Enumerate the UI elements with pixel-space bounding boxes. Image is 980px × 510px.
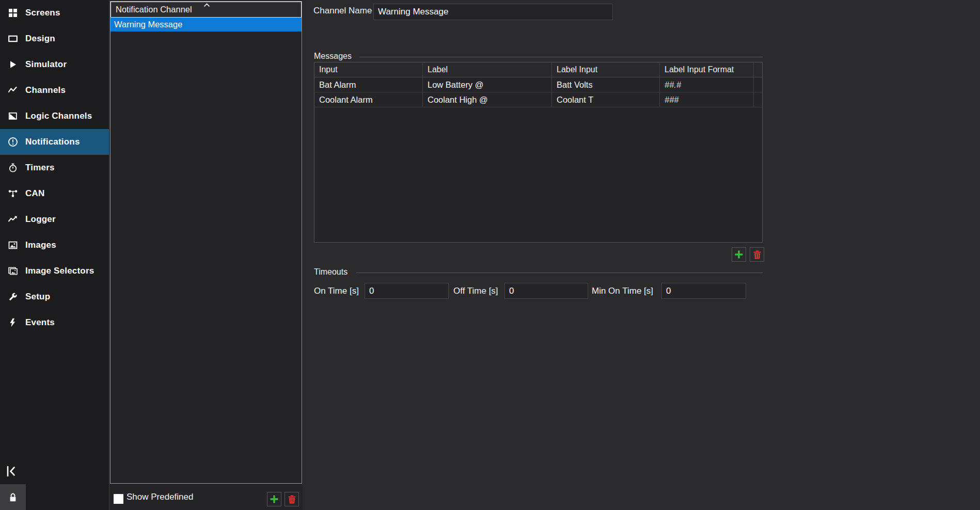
channel-name-label: Channel Name <box>313 6 372 16</box>
notification-editor: Channel Name Messages Input Label Label … <box>303 0 980 510</box>
channel-list-header[interactable]: Notification Channel <box>110 2 302 18</box>
notification-channel-panel: Notification Channel Warning Message Sho… <box>109 0 303 510</box>
on-time-input[interactable] <box>365 283 449 299</box>
sidebar-item-label: Timers <box>25 163 55 173</box>
cell-spacer <box>754 77 762 92</box>
cell-label: Low Battery @ <box>423 77 552 92</box>
min-on-time-input[interactable] <box>661 283 746 299</box>
cell-input: Bat Alarm <box>314 77 423 92</box>
sidebar-item-screens[interactable]: Screens <box>0 0 109 26</box>
sidebar-item-image-selectors[interactable]: Image Selectors <box>0 258 109 284</box>
sidebar-item-events[interactable]: Events <box>0 310 109 336</box>
notifications-icon <box>8 137 18 147</box>
logic-channels-icon <box>8 111 18 121</box>
simulator-icon <box>8 59 18 70</box>
off-time-label: Off Time [s] <box>453 283 498 299</box>
design-icon <box>8 34 18 44</box>
sidebar-item-simulator[interactable]: Simulator <box>0 52 109 77</box>
sidebar-item-can[interactable]: CAN <box>0 181 109 206</box>
sidebar-item-logic-channels[interactable]: Logic Channels <box>0 103 109 129</box>
cell-label: Coolant High @ <box>423 92 552 107</box>
messages-table: Input Label Label Input Label Input Form… <box>314 62 763 243</box>
cell-spacer <box>754 92 762 107</box>
messages-table-header: Input Label Label Input Label Input Form… <box>314 62 762 77</box>
sidebar-item-label: Events <box>25 317 55 328</box>
logger-icon <box>8 214 18 225</box>
table-row[interactable]: Coolant Alarm Coolant High @ Coolant T #… <box>314 92 762 107</box>
sidebar-item-channels[interactable]: Channels <box>0 77 109 103</box>
sort-ascending-icon <box>203 3 210 7</box>
on-time-label: On Time [s] <box>314 283 359 299</box>
sidebar-item-label: Notifications <box>25 137 80 147</box>
column-header-label[interactable]: Label <box>423 62 552 77</box>
plus-icon <box>270 495 279 504</box>
sidebar-item-design[interactable]: Design <box>0 26 109 52</box>
collapse-icon <box>6 465 18 477</box>
image-selectors-icon <box>8 266 18 276</box>
setup-icon <box>8 292 18 302</box>
cell-label-input: Coolant T <box>552 92 660 107</box>
sidebar-item-timers[interactable]: Timers <box>0 155 109 181</box>
can-icon <box>8 188 18 199</box>
column-header-spacer <box>754 62 762 77</box>
cell-label-input-format: ### <box>660 92 754 107</box>
cell-input: Coolant Alarm <box>314 92 423 107</box>
sidebar: Screens Design Simulator Channels Logic … <box>0 0 109 510</box>
channel-name-input[interactable] <box>373 4 613 20</box>
app-window: { "colors": { "sidebar_bg": "#1c1c1f", "… <box>0 0 980 510</box>
sidebar-item-label: Logger <box>25 214 56 225</box>
add-channel-button[interactable] <box>267 492 281 506</box>
trash-icon <box>753 250 761 259</box>
add-message-button[interactable] <box>732 247 746 262</box>
channel-list-header-label: Notification Channel <box>116 5 192 14</box>
sidebar-item-label: CAN <box>25 188 44 199</box>
sidebar-item-label: Channels <box>25 85 66 95</box>
sidebar-item-label: Images <box>25 240 56 250</box>
sidebar-item-label: Image Selectors <box>25 266 94 276</box>
timers-icon <box>8 163 18 173</box>
lock-icon <box>8 492 18 502</box>
column-header-label-input[interactable]: Label Input <box>552 62 660 77</box>
table-row[interactable]: Bat Alarm Low Battery @ Batt Volts ##.# <box>314 77 762 92</box>
lock-button[interactable] <box>0 484 26 510</box>
channels-icon <box>8 85 18 95</box>
sidebar-item-label: Logic Channels <box>25 111 92 121</box>
images-icon <box>8 240 18 250</box>
trash-icon <box>288 495 296 504</box>
sidebar-item-images[interactable]: Images <box>0 232 109 258</box>
off-time-input[interactable] <box>504 283 588 299</box>
cell-label-input-format: ##.# <box>660 77 754 92</box>
collapse-sidebar-button[interactable] <box>6 465 18 477</box>
sidebar-item-label: Setup <box>25 292 50 302</box>
timeouts-group-title: Timeouts <box>314 267 347 277</box>
messages-group-title: Messages <box>314 52 352 61</box>
channel-list: Notification Channel Warning Message <box>110 1 302 484</box>
column-header-label-input-format[interactable]: Label Input Format <box>660 62 754 77</box>
min-on-time-label: Min On Time [s] <box>592 283 653 299</box>
show-predefined-label: Show Predefined <box>127 484 193 510</box>
sidebar-item-label: Design <box>25 34 55 44</box>
show-predefined-checkbox[interactable] <box>114 494 123 504</box>
sidebar-item-setup[interactable]: Setup <box>0 284 109 310</box>
delete-message-button[interactable] <box>750 247 764 262</box>
delete-channel-button[interactable] <box>284 492 299 506</box>
sidebar-item-notifications[interactable]: Notifications <box>0 129 109 155</box>
screens-icon <box>8 8 18 18</box>
timeouts-group-line <box>356 273 763 273</box>
sidebar-item-label: Screens <box>25 8 60 18</box>
sidebar-item-label: Simulator <box>25 59 67 70</box>
channel-list-item[interactable]: Warning Message <box>110 18 302 31</box>
sidebar-item-logger[interactable]: Logger <box>0 206 109 232</box>
channel-list-item-label: Warning Message <box>114 20 182 29</box>
column-header-input[interactable]: Input <box>314 62 423 77</box>
events-icon <box>8 317 18 328</box>
messages-group-line <box>359 57 763 57</box>
plus-icon <box>734 250 744 259</box>
cell-label-input: Batt Volts <box>552 77 660 92</box>
channel-list-toolbar: Show Predefined <box>109 484 303 510</box>
